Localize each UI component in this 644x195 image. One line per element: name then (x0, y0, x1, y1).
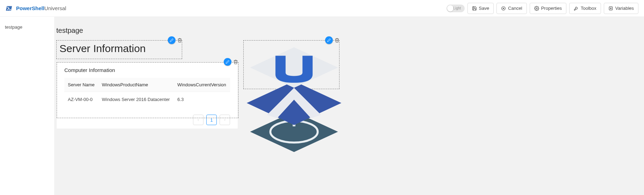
info-table: Server Name WindowsProductName WindowsCu… (64, 78, 230, 107)
svg-marker-8 (285, 107, 303, 113)
app-logo-icon (6, 5, 13, 12)
edit-widget-button[interactable] (168, 36, 176, 44)
cell-server-name: AZ-VM-00-0 (64, 92, 98, 107)
cancel-label: Cancel (508, 6, 522, 11)
card-widget[interactable]: Computer Information Server Name Windows… (56, 62, 238, 129)
delete-widget-button[interactable] (177, 37, 183, 43)
toolbox-button[interactable]: Toolbox (569, 3, 601, 14)
svg-point-1 (536, 8, 537, 9)
brand: PowerShellUniversal (6, 5, 66, 12)
ua-logo-image (242, 44, 346, 159)
top-bar: PowerShellUniversal Light Save Cancel Pr… (0, 0, 644, 17)
trash-icon (177, 38, 182, 43)
delete-widget-button[interactable] (334, 37, 340, 43)
pencil-icon (327, 38, 331, 42)
trash-icon (335, 38, 339, 43)
heading-widget[interactable]: Server Information (56, 40, 182, 59)
brand-part2: Universal (44, 5, 66, 11)
chevron-left-icon (196, 118, 200, 122)
widget-tools (325, 36, 340, 44)
table-row: AZ-VM-00-0 Windows Server 2016 Datacente… (64, 92, 230, 107)
variables-button[interactable]: Variables (604, 3, 638, 14)
sidebar: testpage (0, 17, 54, 195)
save-label: Save (479, 6, 489, 11)
ua-logo-icon (243, 44, 345, 159)
properties-label: Properties (541, 6, 562, 11)
page-title: testpage (56, 27, 644, 35)
canvas-inner: Server Information Computer Information (56, 40, 644, 187)
page-next-button[interactable] (220, 115, 230, 125)
properties-button[interactable]: Properties (530, 3, 566, 14)
pencil-icon (226, 60, 230, 64)
heading-text: Server Information (57, 41, 182, 57)
layout: testpage testpage Server Information (0, 17, 644, 195)
canvas: testpage Server Information (54, 17, 644, 195)
save-icon (472, 6, 477, 11)
card-title: Computer Information (57, 62, 238, 77)
theme-toggle[interactable]: Light (446, 5, 465, 12)
widget-tools (168, 36, 183, 44)
cell-product: Windows Server 2016 Datacenter (98, 92, 174, 107)
pencil-icon (170, 38, 174, 42)
gear-icon (534, 6, 539, 11)
edit-widget-button[interactable] (325, 36, 333, 44)
col-product-name: WindowsProductName (98, 78, 174, 92)
brand-part1: PowerShell (16, 5, 44, 11)
save-button[interactable]: Save (467, 3, 494, 14)
sidebar-item-testpage[interactable]: testpage (0, 23, 54, 31)
card-body: Server Name WindowsProductName WindowsCu… (57, 77, 238, 113)
col-server-name: Server Name (64, 78, 98, 92)
top-actions: Light Save Cancel Properties Toolbox Var… (446, 3, 638, 14)
delete-widget-button[interactable] (233, 59, 238, 65)
cancel-icon (501, 6, 506, 11)
toolbox-label: Toolbox (581, 6, 596, 11)
theme-toggle-label: Light (453, 6, 461, 10)
cancel-button[interactable]: Cancel (496, 3, 527, 14)
pagination: 1 (57, 113, 238, 129)
variables-icon (608, 6, 613, 11)
cell-version: 6.3 (174, 92, 230, 107)
col-current-version: WindowsCurrentVersion (174, 78, 230, 92)
page-number-button[interactable]: 1 (206, 115, 217, 125)
sidebar-item-label: testpage (5, 24, 22, 30)
widget-tools (224, 58, 238, 66)
chevron-right-icon (223, 118, 227, 122)
wrench-icon (574, 6, 579, 11)
trash-icon (233, 59, 238, 64)
variables-label: Variables (615, 6, 634, 11)
edit-widget-button[interactable] (224, 58, 231, 66)
page-number-label: 1 (210, 117, 213, 123)
page-prev-button[interactable] (193, 115, 203, 125)
